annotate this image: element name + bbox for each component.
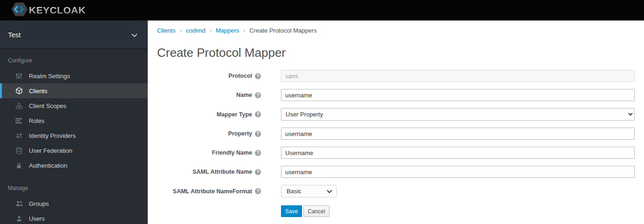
- cube-icon: [15, 87, 23, 95]
- breadcrumb-codimd[interactable]: codimd: [186, 27, 206, 34]
- breadcrumb-mappers[interactable]: Mappers: [216, 27, 240, 34]
- property-input[interactable]: [281, 128, 635, 140]
- list-icon: [15, 118, 23, 124]
- users-group-icon: [15, 200, 23, 207]
- saml-attribute-nameformat-label: SAML Attribute NameFormat: [173, 188, 252, 195]
- sidebar-item-label: Realm Settings: [29, 73, 70, 80]
- realm-name: Test: [8, 31, 21, 39]
- sidebar-item-user-federation[interactable]: User Federation: [0, 143, 148, 158]
- sidebar-item-label: Clients: [29, 88, 48, 95]
- section-label-manage: Manage: [0, 173, 148, 196]
- breadcrumb-separator: ›: [210, 27, 212, 34]
- sidebar-item-authentication[interactable]: Authentication: [0, 158, 148, 173]
- keycloak-logo[interactable]: KEYCLOAK: [11, 2, 86, 19]
- saml-nameformat-select[interactable]: Basic: [281, 185, 337, 197]
- sidebar-item-label: Roles: [29, 117, 44, 124]
- sidebar-item-groups[interactable]: Groups: [0, 196, 148, 211]
- topbar: KEYCLOAK: [0, 0, 644, 20]
- name-input[interactable]: [281, 89, 635, 101]
- friendly-name-input[interactable]: [281, 147, 635, 159]
- form-row-mapper-type: Mapper Type ? User Property: [157, 108, 635, 121]
- sidebar-nav: Configure Realm Settings: [0, 49, 148, 224]
- help-icon[interactable]: ?: [255, 73, 261, 79]
- brand-text: KEYCLOAK: [29, 5, 86, 16]
- section-label-configure: Configure: [0, 49, 148, 68]
- sidebar-item-roles[interactable]: Roles: [0, 113, 148, 128]
- realm-selector[interactable]: Test: [0, 20, 148, 49]
- protocol-input: [281, 70, 635, 82]
- form-row-property: Property ?: [157, 128, 635, 140]
- exchange-arrows-icon: [15, 133, 23, 139]
- sliders-icon: [15, 73, 23, 80]
- protocol-label: Protocol: [228, 73, 252, 79]
- sidebar-item-label: Authentication: [29, 162, 67, 169]
- help-icon[interactable]: ?: [255, 131, 261, 137]
- mapper-type-label: Mapper Type: [217, 111, 252, 118]
- friendly-name-label: Friendly Name: [212, 149, 252, 156]
- keycloak-hexagon-icon: [11, 2, 28, 19]
- breadcrumb-separator: ›: [243, 27, 245, 34]
- help-icon[interactable]: ?: [255, 92, 261, 98]
- sidebar-item-identity-providers[interactable]: Identity Providers: [0, 128, 148, 143]
- sidebar-item-client-scopes[interactable]: Client Scopes: [0, 98, 148, 113]
- sidebar-item-label: Groups: [29, 200, 49, 207]
- sidebar-item-label: User Federation: [29, 147, 72, 154]
- chevron-down-icon: [131, 31, 137, 39]
- breadcrumb-separator: ›: [180, 27, 182, 34]
- sidebar-item-label: Identity Providers: [29, 132, 75, 139]
- sidebar-item-clients[interactable]: Clients: [0, 83, 148, 98]
- breadcrumb-clients[interactable]: Clients: [157, 27, 176, 34]
- saml-attribute-name-label: SAML Attribute Name: [192, 169, 252, 175]
- cancel-button[interactable]: Cancel: [303, 205, 329, 217]
- form-row-friendly-name: Friendly Name ?: [157, 147, 635, 159]
- sidebar-item-label: Client Scopes: [29, 102, 66, 109]
- protocol-mapper-form: Protocol ? Name ? Mapper Type: [157, 70, 635, 217]
- help-icon[interactable]: ?: [255, 169, 261, 175]
- form-row-saml-attribute-nameformat: SAML Attribute NameFormat ? Basic: [157, 185, 635, 197]
- help-icon[interactable]: ?: [255, 111, 261, 117]
- help-icon[interactable]: ?: [255, 188, 261, 194]
- form-row-saml-attribute-name: SAML Attribute Name ?: [157, 166, 635, 178]
- page-title: Create Protocol Mapper: [157, 45, 635, 60]
- database-icon: [15, 147, 23, 154]
- cubes-icon: [15, 102, 23, 109]
- lock-icon: [15, 162, 23, 169]
- form-actions: Save Cancel: [157, 205, 635, 217]
- form-row-name: Name ?: [157, 89, 635, 101]
- help-icon[interactable]: ?: [255, 150, 261, 156]
- user-icon: [15, 215, 23, 222]
- save-button[interactable]: Save: [281, 205, 302, 217]
- sidebar-item-users[interactable]: Users: [0, 211, 148, 224]
- sidebar-item-label: Users: [29, 215, 45, 222]
- name-label: Name: [236, 92, 252, 98]
- sidebar-item-realm-settings[interactable]: Realm Settings: [0, 68, 148, 83]
- property-label: Property: [228, 130, 252, 137]
- breadcrumb-current: Create Protocol Mappers: [249, 27, 317, 34]
- form-row-protocol: Protocol ?: [157, 70, 635, 82]
- main-content: Clients › codimd › Mappers › Create Prot…: [148, 20, 644, 224]
- saml-attribute-name-input[interactable]: [281, 166, 635, 178]
- breadcrumb: Clients › codimd › Mappers › Create Prot…: [157, 27, 635, 34]
- sidebar: Test Configure: [0, 20, 148, 224]
- mapper-type-select[interactable]: User Property: [281, 108, 635, 121]
